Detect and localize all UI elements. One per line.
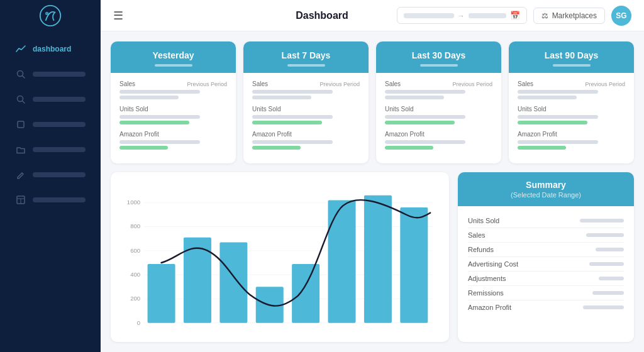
svg-rect-6 — [18, 121, 24, 128]
stat-card-header-last30: Last 30 Days — [376, 41, 501, 73]
date-arrow: → — [458, 12, 465, 19]
units-bar-prev-7 — [252, 121, 322, 124]
stat-card-body-last30: Sales Previous Period Units Sold — [376, 73, 501, 163]
sales-bar-current-7 — [252, 90, 333, 94]
nav-label-6 — [33, 172, 86, 177]
summary-remissions-bar — [592, 291, 624, 295]
summary-body: Units Sold Sales Refunds Advertising Cos… — [458, 206, 634, 322]
summary-adjustments-bar — [599, 277, 624, 280]
sidebar-item-dashboard[interactable]: dashboard — [5, 37, 96, 61]
sales-bar-prev-30 — [385, 96, 444, 99]
summary-card: Summary (Selected Date Range) Units Sold… — [458, 172, 634, 342]
prev-label-7: Previous Period — [319, 81, 360, 87]
sales-label-y: Sales — [119, 80, 135, 87]
stat-card-bar-last90 — [553, 64, 591, 67]
sidebar: dashboard — [0, 0, 101, 352]
bar-3 — [219, 242, 247, 322]
stat-row-sales-30: Sales Previous Period — [385, 80, 492, 99]
profit-bar-current-y — [119, 140, 200, 144]
nav-label-4 — [33, 122, 86, 127]
profit-bar-current-7 — [252, 140, 333, 144]
summary-sales-label: Sales — [468, 231, 486, 239]
units-bar-current-7 — [252, 115, 333, 119]
bar-1 — [148, 264, 175, 323]
stat-card-title-last7: Last 7 Days — [253, 50, 358, 60]
bar-7 — [364, 195, 392, 323]
date-range-filter[interactable]: → 📅 — [397, 7, 527, 24]
summary-row-profit: Amazon Profit — [468, 300, 624, 314]
units-label-90: Units Sold — [518, 106, 547, 113]
stat-card-title-yesterday: Yesterday — [121, 50, 226, 60]
profit-label-90: Amazon Profit — [518, 131, 557, 138]
marketplace-button[interactable]: ⚖ Marketplaces — [533, 8, 605, 24]
units-bar-current-y — [119, 115, 200, 119]
user-avatar[interactable]: SG — [611, 6, 631, 26]
svg-point-0 — [40, 6, 60, 26]
sidebar-item-3[interactable] — [5, 87, 96, 111]
svg-text:200: 200 — [130, 295, 140, 302]
stat-row-units-7: Units Sold — [252, 106, 360, 124]
menu-icon[interactable]: ☰ — [113, 9, 123, 23]
prev-label-90: Previous Period — [585, 81, 625, 87]
marketplace-label: Marketplaces — [552, 11, 597, 20]
stat-card-bar-last7 — [287, 64, 325, 67]
stat-card-body-last90: Sales Previous Period Units Sold — [509, 73, 634, 163]
profit-bar-prev-7 — [252, 146, 301, 150]
prev-label-y: Previous Period — [187, 81, 227, 87]
stat-card-header-last90: Last 90 Days — [509, 41, 634, 73]
sidebar-item-6[interactable] — [5, 163, 96, 187]
stat-row-profit-90: Amazon Profit — [518, 131, 625, 150]
stat-card-last7: Last 7 Days Sales Previous Period — [243, 41, 369, 163]
profit-bar-current-90 — [518, 140, 598, 144]
summary-header: Summary (Selected Date Range) — [458, 172, 634, 206]
units-bar-current-90 — [518, 115, 598, 119]
sales-bar-current-y — [119, 90, 200, 94]
units-label-7: Units Sold — [252, 106, 281, 113]
svg-line-3 — [23, 76, 25, 79]
bar-5 — [292, 264, 319, 323]
summary-subtitle: (Selected Date Range) — [468, 191, 624, 199]
svg-text:0: 0 — [137, 319, 140, 326]
summary-row-adcost: Advertising Cost — [468, 257, 624, 272]
summary-title: Summary — [468, 180, 624, 190]
stat-row-units-30: Units Sold — [385, 106, 492, 124]
profit-bar-prev-90 — [518, 146, 566, 150]
profit-label-30: Amazon Profit — [385, 131, 425, 138]
profit-bar-prev-y — [119, 146, 168, 150]
header: ☰ Dashboard → 📅 ⚖ Marketplaces SG — [101, 0, 644, 31]
stat-card-last30: Last 30 Days Sales Previous Period — [376, 41, 501, 163]
content-area: Yesterday Sales Previous Period — [101, 31, 644, 352]
date-to-bar — [469, 13, 506, 18]
sales-label-90: Sales — [518, 80, 533, 87]
table-icon — [15, 194, 26, 206]
svg-line-5 — [23, 101, 25, 104]
box-icon — [15, 119, 26, 130]
svg-text:800: 800 — [130, 223, 140, 229]
nav-label-2 — [33, 72, 86, 77]
units-bar-prev-30 — [385, 121, 455, 124]
chart-card: 1000 800 600 400 200 0 — [111, 172, 449, 342]
date-from-bar — [404, 13, 454, 18]
units-bar-prev-90 — [518, 121, 587, 124]
stat-card-last90: Last 90 Days Sales Previous Period — [509, 41, 634, 163]
sidebar-item-5[interactable] — [5, 138, 96, 162]
summary-adjustments-label: Adjustments — [468, 275, 506, 282]
svg-text:600: 600 — [130, 247, 140, 254]
stat-row-profit-y: Amazon Profit — [119, 131, 227, 150]
stat-card-bar-last30 — [420, 64, 458, 67]
sidebar-item-7[interactable] — [5, 188, 96, 212]
dashboard-icon — [15, 43, 26, 55]
nav-label-7 — [33, 197, 86, 202]
search-icon — [15, 69, 26, 80]
filter-icon: ⚖ — [541, 11, 548, 20]
folder-icon — [15, 144, 26, 155]
summary-refunds-bar — [596, 248, 624, 251]
summary-row-refunds: Refunds — [468, 243, 624, 257]
header-right: → 📅 ⚖ Marketplaces SG — [397, 6, 631, 26]
profit-bar-prev-30 — [385, 146, 433, 150]
nav-label-5 — [33, 147, 86, 152]
bar-8 — [400, 207, 428, 323]
bottom-section: 1000 800 600 400 200 0 — [111, 172, 634, 342]
sidebar-item-4[interactable] — [5, 113, 96, 136]
sidebar-item-2[interactable] — [5, 62, 96, 86]
